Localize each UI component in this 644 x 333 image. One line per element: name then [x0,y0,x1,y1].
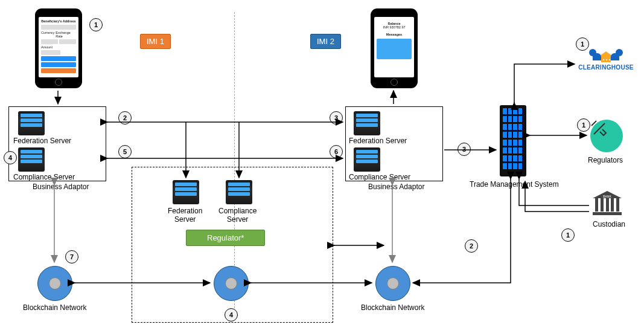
diagram-canvas: { "badges": { "imi1": "IMI 1", "imi2": "… [0,0,644,333]
connectors [0,0,644,333]
